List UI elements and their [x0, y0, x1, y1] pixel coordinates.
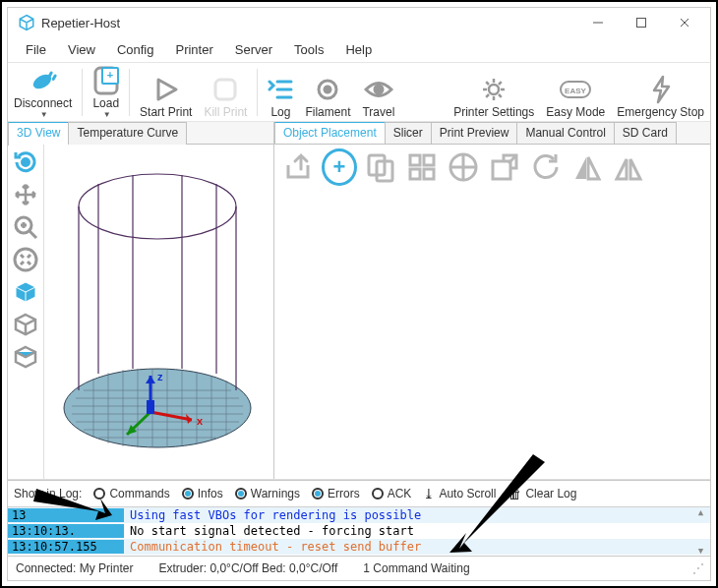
svg-rect-54: [410, 155, 420, 165]
center-icon[interactable]: [446, 149, 481, 185]
copy-icon[interactable]: [363, 149, 398, 185]
clear-log[interactable]: 🗑Clear Log: [508, 486, 576, 501]
menu-view[interactable]: View: [58, 40, 105, 59]
log-button[interactable]: Log: [262, 65, 299, 119]
filter-errors[interactable]: Errors: [312, 487, 360, 500]
svg-rect-6: [51, 74, 57, 82]
filter-ack[interactable]: ACK: [372, 487, 412, 500]
menu-server[interactable]: Server: [225, 40, 282, 59]
log-view[interactable]: 13Using fast VBOs for rendering is possi…: [8, 506, 710, 556]
rotate-view-icon[interactable]: [11, 147, 40, 177]
label: Log: [270, 105, 290, 119]
label: Filament: [305, 105, 350, 119]
mirror-x-icon[interactable]: [611, 149, 646, 185]
tab-slicer[interactable]: Slicer: [385, 122, 432, 144]
left-tabs: 3D View Temperature Curve: [8, 122, 273, 145]
move-view-icon[interactable]: [11, 180, 40, 209]
iso-view-icon[interactable]: [11, 277, 40, 307]
easy-mode-button[interactable]: EASY Easy Mode: [540, 65, 611, 119]
printer-settings-button[interactable]: Printer Settings: [448, 65, 540, 119]
kill-print-button[interactable]: Kill Print: [198, 65, 253, 119]
right-tabs: Object Placement Slicer Print Preview Ma…: [274, 122, 710, 145]
fit-icon[interactable]: [11, 245, 40, 274]
emergency-stop-button[interactable]: Emergency Stop: [611, 65, 710, 119]
menu-file[interactable]: File: [16, 40, 56, 59]
start-print-button[interactable]: Start Print: [134, 65, 198, 119]
svg-point-18: [23, 159, 30, 166]
svg-line-20: [30, 231, 36, 238]
filament-icon: [314, 74, 341, 105]
top-view-icon[interactable]: [11, 342, 40, 372]
front-view-icon[interactable]: [11, 310, 40, 339]
log-timestamp: 13:10:13.: [8, 524, 124, 538]
svg-rect-8: [215, 80, 235, 99]
filter-commands[interactable]: Commands: [93, 487, 169, 500]
status-commands: 1 Command Waiting: [363, 561, 469, 575]
plus-icon: +: [101, 67, 119, 85]
log-filter-bar: Show in Log: Commands Infos Warnings Err…: [8, 480, 710, 506]
menu-printer[interactable]: Printer: [165, 40, 222, 59]
easy-icon: EASY: [559, 74, 592, 105]
export-icon[interactable]: [280, 149, 316, 185]
svg-point-14: [375, 86, 383, 93]
title-bar: Repetier-Host: [8, 8, 710, 37]
app-icon: [18, 14, 35, 31]
autoscroll-icon: ⤓: [423, 486, 435, 501]
tab-object-placement[interactable]: Object Placement: [274, 122, 386, 144]
tab-3d-view[interactable]: 3D View: [8, 122, 69, 146]
log-icon: [268, 74, 293, 105]
label: Printer Settings: [453, 105, 534, 119]
maximize-button[interactable]: [620, 9, 663, 36]
filament-button[interactable]: Filament: [299, 65, 356, 119]
placement-toolbar: +: [274, 145, 710, 190]
filter-warnings[interactable]: Warnings: [235, 487, 300, 500]
status-connection: Connected: My Printer: [16, 561, 133, 575]
rotate-icon[interactable]: [528, 149, 564, 185]
mirror-y-icon[interactable]: [569, 149, 605, 185]
disconnect-button[interactable]: Disconnect▼: [8, 65, 78, 119]
svg-point-15: [489, 85, 499, 94]
main-toolbar: Disconnect▼ + Load▼ Start Print Kill Pri…: [8, 62, 710, 122]
log-scrollbar[interactable]: ▲▼: [693, 507, 708, 556]
menu-help[interactable]: Help: [335, 40, 382, 59]
resize-grip[interactable]: ⋰: [692, 561, 702, 575]
tab-sd-card[interactable]: SD Card: [614, 122, 677, 144]
radio-icon: [372, 488, 384, 500]
radio-icon: [182, 488, 194, 500]
radio-icon: [93, 488, 105, 500]
svg-rect-1: [637, 19, 646, 28]
arrange-icon[interactable]: [404, 149, 440, 185]
filter-infos[interactable]: Infos: [182, 487, 223, 500]
svg-text:z: z: [157, 371, 163, 382]
tab-temperature[interactable]: Temperature Curve: [68, 122, 187, 146]
tab-print-preview[interactable]: Print Preview: [431, 122, 518, 144]
svg-point-13: [325, 87, 330, 92]
load-button[interactable]: + Load▼: [87, 65, 125, 119]
close-button[interactable]: [663, 9, 706, 36]
log-timestamp: 13: [8, 508, 124, 522]
eye-icon: [364, 74, 393, 105]
stop-icon: [212, 74, 238, 105]
auto-scroll[interactable]: ⤓Auto Scroll: [423, 486, 496, 501]
3d-canvas[interactable]: x z: [44, 145, 273, 479]
add-object-button[interactable]: +: [322, 149, 357, 185]
bolt-icon: [650, 74, 672, 105]
scale-icon[interactable]: [487, 149, 522, 185]
plug-icon: [29, 65, 58, 96]
minimize-button[interactable]: [576, 9, 620, 36]
status-extruder: Extruder: 0,0°C/Off Bed: 0,0°C/Off: [158, 561, 337, 575]
view-tools: [8, 145, 44, 479]
play-icon: [153, 74, 179, 105]
radio-icon: [312, 488, 324, 500]
label: Easy Mode: [546, 105, 605, 119]
log-message: No start signal detected - forcing start: [124, 524, 420, 538]
radio-icon: [235, 488, 247, 500]
label: Emergency Stop: [617, 105, 704, 119]
tab-manual-control[interactable]: Manual Control: [516, 122, 614, 144]
svg-rect-61: [493, 161, 510, 179]
travel-button[interactable]: Travel: [356, 65, 400, 119]
zoom-icon[interactable]: [11, 212, 40, 242]
menu-tools[interactable]: Tools: [284, 40, 333, 59]
menu-config[interactable]: Config: [107, 40, 164, 59]
label: Kill Print: [204, 105, 247, 119]
